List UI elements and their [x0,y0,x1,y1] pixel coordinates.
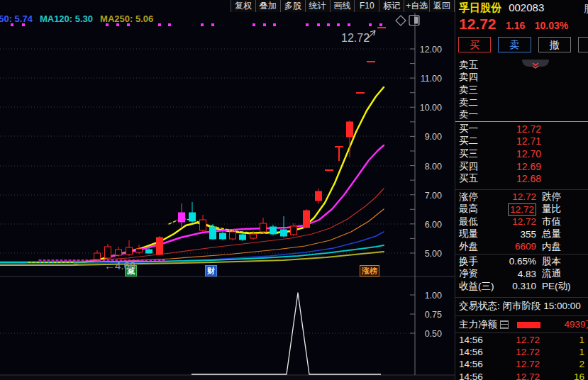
stat-row: 现量355总量 [455,228,588,241]
trade-buttons: 买卖撤 [458,37,588,52]
toolbar-button[interactable]: +自选 [404,0,429,12]
toolbar-button[interactable]: 标记 [379,0,404,12]
ma10-line [106,145,384,257]
y-axis [410,13,415,375]
trading-app-window: 12.0011.0010.009.008.007.006.005.001.000… [0,0,588,380]
svg-text:0.75: 0.75 [425,310,442,320]
toolbar-button[interactable]: 统计 [305,0,330,12]
last-price: 12.72 [459,16,497,32]
stat-value: 12.72 [491,216,536,227]
toolbar-button[interactable]: 画线 [330,0,355,12]
trade-price: 12.72 [491,347,540,357]
stat-label: 量比 [542,203,561,216]
order-book-row[interactable]: 卖四 [455,72,588,84]
main-net-flow-value: 4939万 [564,318,588,331]
svg-text:12.72: 12.72 [341,32,370,44]
stat-value: 0.65% [491,256,536,267]
svg-text:5.00: 5.00 [425,249,442,259]
order-book-row[interactable]: 卖五 [455,59,588,72]
trade-price: 12.72 [491,335,540,345]
order-level-price: 12.68 [491,173,541,184]
trade-status-value: 闭市阶段 15:00:00 [503,301,581,311]
stock-code: 002083 [509,1,544,13]
bid-queue: 买一12.72买二12.71买三12.70买四12.69买五12.68 [455,123,588,185]
stat-label: 最低 [455,216,491,228]
diamond-icon[interactable] [396,16,406,26]
stat-label: 股本 [542,255,561,268]
order-book-row[interactable]: 卖三 [455,84,588,96]
stock-header: 孚日股份 002083 [459,1,544,15]
trade-qty: 2 [540,359,588,369]
trade-status-row: 交易状态: 闭市阶段 15:00:00 [459,300,581,313]
stat-row: 最高12.72量比 [455,203,588,216]
svg-text:6.00: 6.00 [425,220,442,230]
stat-row: 换手0.65%股本 [455,255,588,268]
stat-label: 涨停 [455,191,491,203]
stat-value: 12.72 [491,204,536,215]
price-change-pct: 10.03% [535,20,568,31]
event-badge[interactable]: 涨榜 [360,265,379,276]
order-level-label: 卖二 [455,96,491,109]
stat-row: 外盘6609内盘 [455,240,588,253]
tick-trade-list: 14:5612.72114:5612.72114:5612.72214:5612… [455,334,588,380]
order-book-row[interactable]: 买五12.68 [455,172,588,185]
section-divider [455,332,588,333]
toolbar-button[interactable]: F10 [354,0,379,12]
order-level-price: 12.72 [491,123,541,135]
clipped-tab[interactable]: 股 [584,3,588,16]
stat-label: PE(动) [542,280,571,293]
section-divider [455,315,588,316]
order-level-label: 买五 [455,172,491,185]
stat-label: 流通 [542,267,561,280]
sell-button[interactable]: 卖 [498,37,531,52]
tick-trade-row: 14:5612.721 [455,346,588,358]
stats-block-top: 涨停12.72跌停最高12.72量比最低12.72市值1现量355总量外盘660… [455,191,588,253]
toolbar-button[interactable]: 复权 [231,0,255,12]
ma-legend: MA50: 5.74MA120: 5.30MA250: 5.06 [0,13,160,23]
stat-value: 6609 [491,241,536,252]
gridlines [0,49,455,380]
buy-button[interactable]: 买 [458,37,491,52]
order-book-row[interactable]: 买一12.72 [455,123,588,135]
svg-text:7.00: 7.00 [425,191,442,201]
event-badge[interactable]: 财 [205,265,217,276]
toolbar-button[interactable]: 多股 [280,0,305,12]
main-net-flow-row: 主力净额 4939万 [455,318,588,331]
stat-label: 内盘 [542,240,561,253]
y-axis-labels: 12.0011.0010.009.008.007.006.005.001.000… [420,45,442,339]
toolbar-button[interactable]: 返回 [429,0,455,12]
order-book-row[interactable]: 买三12.70 [455,147,588,160]
stat-value: 4.83 [491,269,536,279]
order-level-price: 12.70 [491,148,541,160]
order-level-label: 卖三 [455,84,491,96]
cancel-order-button[interactable]: 撤 [538,37,571,52]
svg-text:10.00: 10.00 [420,103,442,113]
order-book-row[interactable]: 卖一 [455,108,588,121]
tick-trade-row: 14:5612.7216 [455,371,588,380]
stats-block-mid: 换手0.65%股本净资4.83流通收益(三)0.310PE(动) [455,255,588,293]
order-level-price: 12.69 [491,161,541,172]
clipped-button[interactable] [578,37,588,52]
list-icon[interactable] [500,320,509,329]
stat-value: 12.72 [491,191,536,202]
order-book-row[interactable]: 买四12.69 [455,160,588,173]
kline-chart-canvas[interactable]: 12.0011.0010.009.008.007.006.005.001.000… [0,0,455,380]
toolbar-button[interactable]: 叠加 [255,0,280,12]
candles [94,27,387,261]
trade-price: 12.72 [491,359,540,369]
stat-label: 外盘 [455,240,491,253]
order-book-row[interactable]: 卖二 [455,96,588,109]
net-flow-bar [517,322,540,328]
stat-row: 收益(三)0.310PE(动) [455,280,588,293]
kline-chart-area[interactable]: 12.0011.0010.009.008.007.006.005.001.000… [0,0,455,380]
stat-value: 0.310 [491,281,536,291]
svg-text:8.00: 8.00 [425,162,442,172]
order-level-label: 卖四 [455,71,491,84]
layout-panel-icon[interactable] [409,16,419,26]
stat-row: 最低12.72市值1 [455,216,588,228]
stock-name: 孚日股份 [459,1,501,13]
order-book-row[interactable]: 买二12.71 [455,135,588,148]
order-level-label: 买二 [455,135,491,147]
tick-trade-row: 14:5612.722 [455,358,588,370]
trade-qty: 16 [540,371,588,380]
